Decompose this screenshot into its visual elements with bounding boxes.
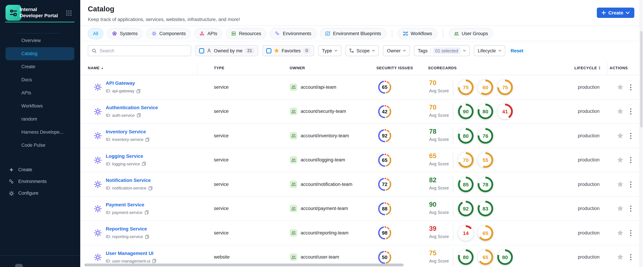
search-input[interactable]	[100, 48, 187, 53]
help-icon[interactable]	[15, 264, 23, 267]
tab-components[interactable]: Components	[146, 28, 191, 39]
copy-icon[interactable]	[144, 210, 148, 215]
app-root: Internal Developer Portal Overview Catal…	[0, 0, 644, 267]
tab-divider	[392, 30, 392, 38]
entity-name-link[interactable]: Authentication Service	[106, 104, 158, 110]
entity-name-link[interactable]: Inventory Service	[106, 129, 146, 134]
row-menu-icon[interactable]	[630, 206, 635, 212]
app-logo-icon	[6, 5, 21, 21]
resources-icon	[231, 31, 236, 36]
favorite-star-icon[interactable]	[617, 254, 624, 261]
avg-score-label: Avg Score	[429, 210, 453, 215]
search-box[interactable]	[88, 45, 191, 56]
scope-dropdown[interactable]: Scope	[346, 45, 379, 56]
table-row: Reporting Service ID: reporting-service …	[80, 221, 639, 245]
favorites-filter[interactable]: Favorites 0	[262, 45, 314, 56]
copy-icon[interactable]	[145, 234, 149, 239]
horizontal-scrollbar[interactable]	[84, 264, 404, 266]
sidebar-nav: Overview Catalog Create Docs APIs Workfl…	[0, 34, 80, 152]
apps-grid-icon[interactable]	[65, 9, 73, 17]
owner-dropdown[interactable]: Owner	[383, 45, 410, 56]
scorecard-gauges: 756075	[458, 80, 513, 95]
copy-icon[interactable]	[142, 162, 146, 166]
avg-score-value: 82	[429, 176, 453, 184]
avg-score: 65 Avg Score	[429, 152, 453, 166]
security-issues-value: 92	[382, 133, 388, 138]
column-header-name[interactable]: NAME▲	[88, 66, 104, 70]
reset-filters-link[interactable]: Reset	[511, 48, 524, 53]
favorite-star-icon[interactable]	[617, 84, 624, 90]
tab-systems[interactable]: Systems	[107, 28, 143, 39]
tab-resources[interactable]: Resources	[226, 28, 266, 39]
plus-icon: +	[8, 167, 14, 173]
entity-name-link[interactable]: API Gateway	[106, 80, 135, 86]
tab-user-groups[interactable]: User Groups	[448, 28, 493, 39]
copy-icon[interactable]	[136, 89, 141, 93]
sidebar-item-workflows[interactable]: Workflows	[6, 100, 74, 113]
sidebar-item-docs[interactable]: Docs	[6, 74, 74, 86]
lifecycle-dropdown[interactable]: Lifecycle	[474, 45, 505, 56]
copy-icon[interactable]	[137, 113, 141, 118]
vertical-scrollbar[interactable]	[640, 0, 642, 267]
sidebar-item-random[interactable]: random	[6, 113, 74, 126]
row-menu-icon[interactable]	[630, 108, 635, 114]
page-title: Catalog	[88, 5, 114, 13]
sidebar-item-apis[interactable]: APIs	[6, 86, 74, 100]
entity-name-link[interactable]: Notification Service	[106, 178, 151, 183]
table-header: NAME▲ TYPE OWNER SECURITY ISSUES SCORECA…	[80, 62, 639, 75]
create-button[interactable]: Create	[597, 8, 634, 18]
entity-name-link[interactable]: Logging Service	[106, 153, 143, 159]
sidebar-item-overview[interactable]: Overview	[6, 34, 74, 47]
sidebar-item-create[interactable]: Create	[6, 60, 74, 74]
scorecard-gauge: 80	[497, 250, 513, 265]
row-menu-icon[interactable]	[630, 230, 635, 236]
type-dropdown[interactable]: Type	[318, 45, 342, 56]
sidebar-configure-button[interactable]: Configure	[0, 188, 80, 199]
owned-by-me-checkbox[interactable]	[199, 48, 204, 53]
entity-name-link[interactable]: Reporting Service	[106, 226, 147, 232]
tab-environment-blueprints[interactable]: A Environment Blueprints	[320, 28, 386, 39]
sidebar-environments-button[interactable]: Environments	[0, 176, 80, 188]
copy-icon[interactable]	[148, 186, 152, 190]
chevron-down-icon	[372, 50, 375, 52]
tab-environments[interactable]: Environments	[270, 28, 316, 39]
owned-by-me-filter[interactable]: Owned by me 21	[195, 45, 258, 56]
row-menu-icon[interactable]	[630, 181, 635, 188]
column-header-lifecycle[interactable]: LIFECYCLE▲▼	[574, 66, 601, 70]
entity-name-link[interactable]: Payment Service	[106, 202, 144, 207]
favorite-star-icon[interactable]	[617, 230, 624, 236]
workflows-icon	[403, 31, 408, 36]
tab-apis[interactable]: APIs	[194, 28, 222, 39]
row-menu-icon[interactable]	[630, 157, 635, 163]
sidebar: Internal Developer Portal Overview Catal…	[0, 0, 80, 267]
favorites-checkbox[interactable]	[266, 48, 271, 53]
plus-icon	[602, 11, 606, 15]
favorite-star-icon[interactable]	[617, 181, 624, 188]
copy-icon[interactable]	[152, 259, 156, 263]
row-menu-icon[interactable]	[630, 133, 635, 139]
sidebar-item-code-pulse[interactable]: Code Pulse	[6, 139, 74, 152]
components-gear-icon	[152, 31, 157, 36]
entity-name-link[interactable]: User Management UI	[106, 250, 154, 256]
vertical-scrollbar-thumb[interactable]	[640, 31, 642, 128]
security-issues-value: 98	[382, 230, 388, 236]
favorite-star-icon[interactable]	[617, 132, 624, 139]
favorite-star-icon[interactable]	[617, 108, 624, 115]
sidebar-item-harness-developer[interactable]: Harness Develope...	[6, 126, 74, 139]
sidebar-create-button[interactable]: + Create	[0, 164, 80, 176]
security-issues-value: 50	[382, 254, 388, 260]
favorite-star-icon[interactable]	[617, 205, 624, 212]
sidebar-item-catalog[interactable]: Catalog	[6, 47, 74, 60]
favorite-star-icon[interactable]	[617, 156, 624, 164]
scorecard-gauge: 85	[458, 177, 474, 192]
row-menu-icon[interactable]	[630, 254, 635, 260]
copy-icon[interactable]	[146, 137, 150, 142]
tags-dropdown[interactable]: Tags 01 selected	[414, 45, 470, 56]
avg-score-value: 90	[429, 201, 453, 208]
tab-all[interactable]: All	[88, 28, 103, 39]
avg-score: 75 Avg Score	[429, 249, 453, 264]
entity-type: service	[214, 109, 229, 114]
scorecard-gauge: 76	[478, 128, 493, 144]
tab-workflows[interactable]: Workflows	[398, 28, 437, 39]
row-menu-icon[interactable]	[630, 84, 635, 90]
